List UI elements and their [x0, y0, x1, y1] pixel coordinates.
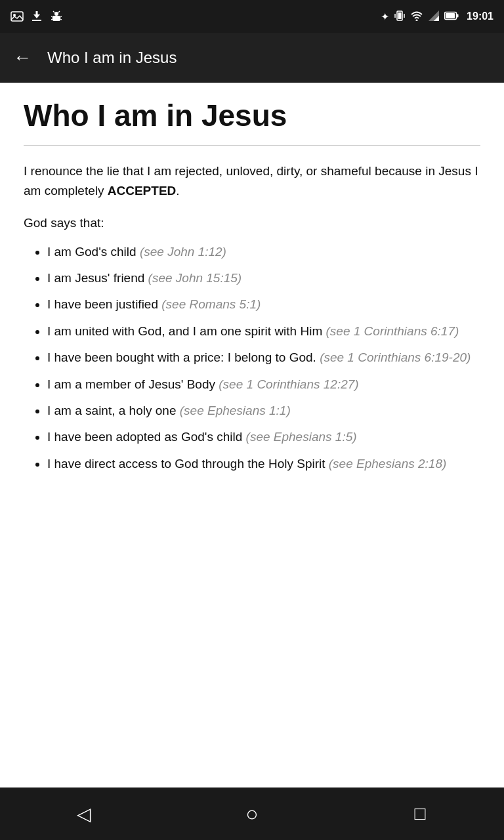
nav-recent-button[interactable]: □: [400, 794, 440, 833]
svg-rect-4: [36, 11, 38, 16]
list-item-text: I am united with God, and I am one spiri…: [47, 324, 326, 338]
svg-point-16: [416, 19, 418, 21]
nav-home-button[interactable]: ○: [232, 794, 272, 833]
list-item: I am God's child (see John 1:12): [47, 242, 480, 262]
list-item: I am Jesus' friend (see John 15:15): [47, 268, 480, 288]
god-says-text: God says that:: [24, 216, 480, 230]
divider: [24, 145, 480, 146]
list-item-ref: (see Ephesians 1:1): [180, 404, 291, 417]
bottom-nav: ◁ ○ □: [0, 788, 504, 840]
list-item-ref: (see 1 Corinthians 6:19-20): [320, 350, 471, 364]
list-item-text: I am God's child: [47, 245, 140, 259]
svg-line-10: [51, 19, 52, 20]
download-icon: [30, 11, 43, 22]
list-item-ref: (see Ephesians 2:18): [329, 457, 447, 471]
intro-end: .: [176, 184, 179, 198]
svg-line-11: [60, 19, 62, 20]
list-item-ref: (see Romans 5:1): [161, 297, 261, 311]
nav-back-button[interactable]: ◁: [64, 794, 104, 833]
list-item-text: I am a saint, a holy one: [47, 404, 180, 417]
list-item-ref: (see John 1:12): [140, 245, 226, 259]
list-item: I have direct access to God through the …: [47, 454, 480, 474]
svg-rect-20: [446, 13, 455, 18]
vibrate-icon: [394, 10, 405, 24]
list-item: I have been bought with a price: I belon…: [47, 348, 480, 368]
list-item-text: I am Jesus' friend: [47, 271, 148, 285]
svg-rect-0: [11, 12, 23, 21]
list-item: I am united with God, and I am one spiri…: [47, 322, 480, 341]
list-item: I have been adopted as God's child (see …: [47, 427, 480, 447]
svg-rect-2: [32, 20, 41, 21]
list-item-text: I have been justified: [47, 297, 161, 311]
list-item: I am a member of Jesus' Body (see 1 Cori…: [47, 375, 480, 394]
bug-icon: [50, 11, 63, 22]
list-item-ref: (see 1 Corinthians 6:17): [326, 324, 459, 338]
app-bar-title: Who I am in Jesus: [47, 49, 177, 67]
list-item-text: I have been bought with a price: I belon…: [47, 350, 320, 364]
list-item-text: I have direct access to God through the …: [47, 457, 329, 471]
intro-highlight: ACCEPTED: [108, 184, 177, 198]
bullet-list: I am God's child (see John 1:12)I am Jes…: [24, 242, 480, 474]
status-bar: ✦: [0, 0, 504, 33]
svg-rect-13: [398, 12, 402, 19]
svg-line-9: [60, 16, 62, 17]
list-item-text: I have been adopted as God's child: [47, 430, 246, 444]
list-item: I am a saint, a holy one (see Ephesians …: [47, 401, 480, 421]
svg-rect-21: [457, 14, 459, 17]
signal-icon: [429, 10, 439, 23]
wifi-icon: [410, 10, 423, 23]
svg-line-8: [51, 16, 52, 17]
main-content: Who I am in Jesus I renounce the lie tha…: [0, 83, 504, 788]
svg-line-7: [58, 11, 60, 12]
list-item-text: I am a member of Jesus' Body: [47, 377, 219, 391]
back-button[interactable]: ←: [13, 47, 32, 68]
list-item-ref: (see John 15:15): [148, 271, 242, 285]
status-bar-right-icons: ✦: [381, 10, 494, 24]
bluetooth-icon: ✦: [381, 10, 389, 23]
intro-paragraph: I renounce the lie that I am rejected, u…: [24, 161, 480, 201]
intro-text-part1: I renounce the lie that I am rejected, u…: [24, 164, 478, 198]
status-time: 19:01: [467, 10, 494, 22]
app-bar: ← Who I am in Jesus: [0, 33, 504, 83]
battery-icon: [444, 11, 459, 22]
svg-point-5: [54, 12, 58, 16]
list-item: I have been justified (see Romans 5:1): [47, 295, 480, 314]
list-item-ref: (see 1 Corinthians 12:27): [219, 377, 358, 391]
image-icon: [10, 11, 24, 22]
list-item-ref: (see Ephesians 1:5): [246, 430, 357, 444]
status-bar-left-icons: [10, 11, 63, 22]
svg-line-6: [53, 11, 54, 12]
page-title: Who I am in Jesus: [24, 98, 480, 133]
